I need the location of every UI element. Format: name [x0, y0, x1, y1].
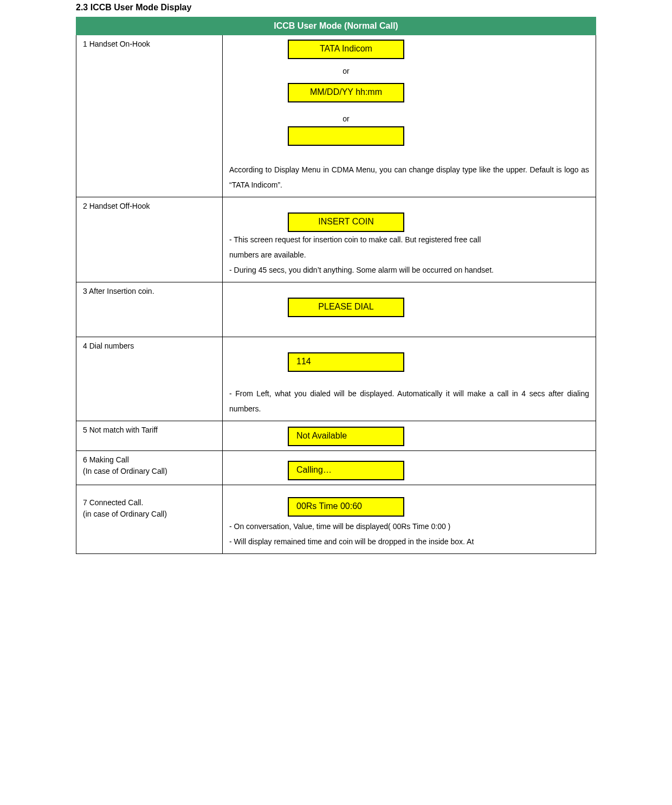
- display-box-insert-coin: INSERT COIN: [288, 212, 404, 232]
- row3-content: PLEASE DIAL: [223, 282, 596, 337]
- row7-label: 7 Connected Call.: [83, 498, 216, 507]
- iccb-table: ICCB User Mode (Normal Call) 1 Handset O…: [76, 17, 596, 554]
- row4-label: 4 Dial numbers: [76, 337, 223, 421]
- row6-content: Calling…: [223, 451, 596, 485]
- row7-sublabel: (in case of Ordinary Call): [83, 507, 216, 521]
- display-box-empty: [288, 126, 404, 146]
- row7-bullet1: - On conversation, Value, time will be d…: [229, 519, 589, 534]
- display-box-please-dial: PLEASE DIAL: [288, 298, 404, 317]
- table-title: ICCB User Mode (Normal Call): [76, 17, 596, 35]
- row7-label-cell: 7 Connected Call. (in case of Ordinary C…: [76, 485, 223, 554]
- row5-label: 5 Not match with Tariff: [76, 421, 223, 451]
- row4-content: 114 - From Left, what you dialed will be…: [223, 337, 596, 421]
- row5-content: Not Available: [223, 421, 596, 451]
- display-box-time: 00Rs Time 00:60: [288, 497, 404, 517]
- row2-bullet1b: numbers are available.: [229, 247, 589, 262]
- or-text: or: [288, 114, 404, 123]
- row1-label: 1 Handset On-Hook: [76, 35, 223, 197]
- row7-bullet2: - Will display remained time and coin wi…: [229, 534, 589, 549]
- row4-description: - From Left, what you dialed will be dis…: [229, 386, 589, 416]
- section-heading: 2.3 ICCB User Mode Display: [76, 0, 596, 17]
- row6-label-cell: 6 Making Call (In case of Ordinary Call): [76, 451, 223, 485]
- display-box-date: MM/DD/YY hh:mm: [288, 83, 404, 102]
- row1-description: According to Display Menu in CDMA Menu, …: [229, 162, 589, 192]
- or-text: or: [288, 67, 404, 75]
- row2-content: INSERT COIN - This screen request for in…: [223, 197, 596, 282]
- row2-bullet1: - This screen request for insertion coin…: [229, 232, 589, 247]
- display-box-dial-number: 114: [288, 352, 404, 372]
- row7-content: 00Rs Time 00:60 - On conversation, Value…: [223, 485, 596, 554]
- row6-label: 6 Making Call: [83, 455, 216, 464]
- row1-content: TATA Indicom or MM/DD/YY hh:mm or Accord…: [223, 35, 596, 197]
- display-box-calling: Calling…: [288, 461, 404, 480]
- row6-sublabel: (In case of Ordinary Call): [83, 464, 216, 479]
- row2-bullet2: - During 45 secs, you didn’t anything. S…: [229, 262, 589, 278]
- row2-label: 2 Handset Off-Hook: [76, 197, 223, 282]
- display-box-not-available: Not Available: [288, 427, 404, 446]
- row3-label: 3 After Insertion coin.: [76, 282, 223, 337]
- display-box-tata: TATA Indicom: [288, 40, 404, 59]
